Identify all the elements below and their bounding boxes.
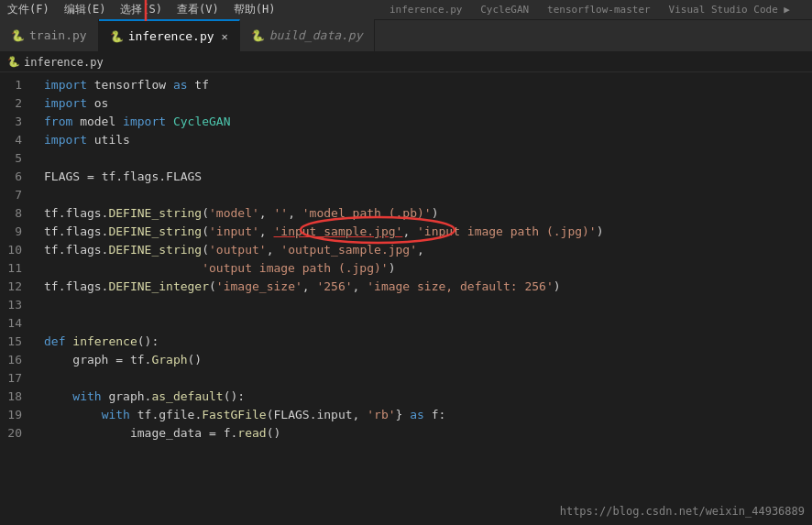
editor-container: 1 2 3 4 5 6 7 8 9 10 11 12 13 14 15 16 1… [0,72,812,525]
code-line-8: tf.flags.DEFINE_string('model', '', 'mod… [37,204,812,223]
line-num-7: 7 [0,186,29,204]
menu-view[interactable]: 查看(V) [177,2,219,17]
tab-inference-py[interactable]: 🐍 inference.py ✕ [99,19,240,51]
code-line-1: import tensorflow as tf [37,76,812,94]
python-icon-build: 🐍 [251,29,265,42]
tab-train-py[interactable]: 🐍 train.py [0,19,99,51]
line-num-14: 14 [0,314,29,333]
watermark: https://blog.csdn.net/weixin_44936889 [560,505,805,518]
code-line-15: def inference(): [37,333,812,351]
close-tab-inference[interactable]: ✕ [222,30,228,43]
line-num-10: 10 [0,241,29,259]
line-num-15: 15 [0,333,29,351]
code-line-20: image_data = f.read() [37,424,812,443]
code-line-4: import utils [37,131,812,149]
code-line-13 [37,296,812,314]
python-icon: 🐍 [11,29,25,42]
breadcrumb: 🐍 inference.py [0,52,812,72]
python-icon-active: 🐍 [110,30,124,43]
line-num-5: 5 [0,149,29,168]
line-num-3: 3 [0,113,29,131]
line-num-4: 4 [0,131,29,149]
breadcrumb-icon: 🐍 [7,56,20,68]
code-line-14 [37,314,812,333]
code-line-7 [37,186,812,204]
code-line-16: graph = tf.Graph() [37,351,812,369]
line-num-8: 8 [0,204,29,223]
line-num-6: 6 [0,168,29,186]
code-line-5 [37,149,812,168]
menu-bar: 文件(F) 编辑(E) 选择(S) 查看(V) 帮助(H) inference.… [0,0,812,20]
menu-help[interactable]: 帮助(H) [234,2,276,17]
tab-build-data-py[interactable]: 🐍 build_data.py [240,19,375,51]
line-num-12: 12 [0,278,29,296]
breadcrumb-nav: inference.py CycleGAN tensorflow-master … [390,4,790,16]
breadcrumb-label: inference.py [24,56,104,69]
line-num-20: 20 [0,424,29,443]
tab-label-train: train.py [29,28,87,42]
code-line-12: tf.flags.DEFINE_integer('image_size', '2… [37,278,812,296]
line-num-2: 2 [0,94,29,113]
line-num-13: 13 [0,296,29,314]
code-line-6: FLAGS = tf.flags.FLAGS [37,168,812,186]
highlighted-input-sample: 'input_sample.jpg' [273,223,402,241]
menu-edit[interactable]: 编辑(E) [64,2,106,17]
tab-bar: 🐍 train.py 🐍 inference.py ✕ 🐍 build_data… [0,20,812,52]
code-line-11: 'output image path (.jpg)') [37,259,812,278]
tab-label-inference: inference.py [128,29,214,43]
code-line-17 [37,369,812,388]
line-num-1: 1 [0,76,29,94]
code-line-19: with tf.gfile.FastGFile(FLAGS.input, 'rb… [37,406,812,424]
line-num-16: 16 [0,351,29,369]
line-num-11: 11 [0,259,29,278]
code-line-18: with graph.as_default(): [37,388,812,406]
tab-label-build-data: build_data.py [269,28,363,42]
line-num-17: 17 [0,369,29,388]
line-num-9: 9 [0,223,29,241]
code-line-2: import os [37,94,812,113]
line-numbers: 1 2 3 4 5 6 7 8 9 10 11 12 13 14 15 16 1… [0,72,37,525]
line-num-18: 18 [0,388,29,406]
code-line-3: from model import CycleGAN [37,113,812,131]
line-num-19: 19 [0,406,29,424]
code-line-9: tf.flags.DEFINE_string('input', 'input_s… [37,223,812,241]
code-line-10: tf.flags.DEFINE_string('output', 'output… [37,241,812,259]
menu-file[interactable]: 文件(F) [7,2,49,17]
code-content[interactable]: import tensorflow as tf import os from m… [37,72,812,525]
menu-select[interactable]: 选择(S) [120,2,162,17]
